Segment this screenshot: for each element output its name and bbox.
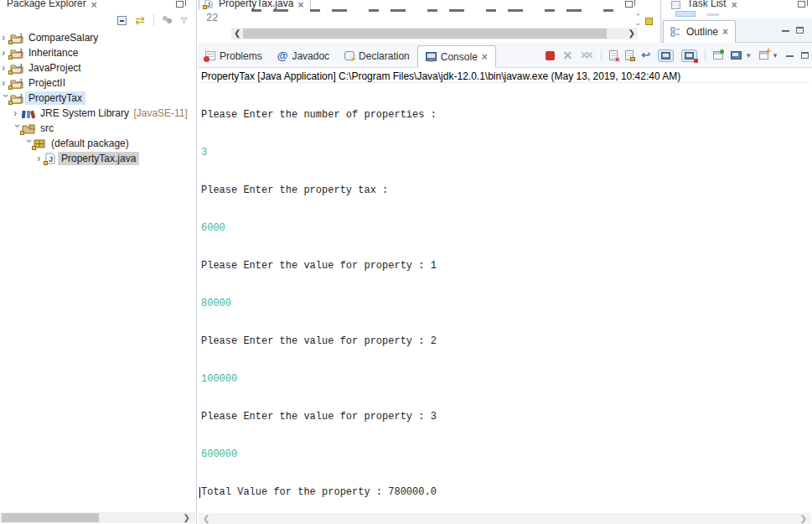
close-icon[interactable]: ×: [482, 53, 488, 61]
outline-window-buttons: [782, 27, 804, 34]
scroll-right-icon[interactable]: ❯: [800, 513, 807, 524]
pin-console-icon[interactable]: [713, 51, 723, 60]
library-icon: [22, 108, 35, 119]
scrollbar-thumb[interactable]: [243, 29, 607, 39]
view-menu-icon[interactable]: ▽: [181, 16, 187, 24]
close-icon[interactable]: ×: [297, 1, 303, 9]
svg-text:J: J: [19, 48, 22, 53]
tab-outline[interactable]: Outline ×: [663, 20, 736, 43]
console-line: Total Value for the property : 780000.0: [201, 486, 809, 499]
minimize-icon[interactable]: [786, 54, 794, 57]
package-explorer-tabstrip: Package Explorer ×: [0, 0, 195, 10]
toolbar-separator: [705, 49, 706, 61]
tab-label: Problems: [220, 50, 262, 62]
tab-package-explorer[interactable]: Package Explorer ×: [0, 0, 102, 10]
console-launch-header: PropertyTax [Java Application] C:\Progra…: [201, 70, 809, 83]
console-line: 80000: [201, 298, 809, 310]
warning-marker-icon[interactable]: [645, 18, 653, 25]
scrollbar-thumb[interactable]: [2, 513, 99, 522]
explorer-horizontal-scrollbar[interactable]: ❯: [0, 512, 195, 523]
editor-area: J PropertyTax.java × 22 ❮ ❯ ⌃⌄: [198, 0, 659, 43]
close-icon[interactable]: ×: [732, 1, 737, 9]
tree-item-inheritance[interactable]: › J Inheritance: [2, 45, 81, 60]
show-on-stderr-icon[interactable]: [681, 49, 697, 62]
clear-x-glyph: ✕: [615, 56, 621, 64]
console-line: Please Enter the number of properties :: [201, 109, 809, 122]
remove-all-launches-icon[interactable]: ✕✕: [580, 50, 593, 60]
tab-console[interactable]: Console ×: [417, 45, 496, 68]
error-dot: [694, 59, 698, 63]
scroll-right-icon[interactable]: ❯: [628, 28, 635, 39]
svg-text:J: J: [207, 2, 210, 8]
line-number: 22: [206, 13, 218, 24]
word-wrap-icon[interactable]: ↩: [641, 50, 650, 60]
svg-text:J: J: [19, 78, 22, 83]
console-line: 6000: [201, 222, 809, 235]
chevron-right-icon[interactable]: ›: [13, 109, 22, 117]
panel-divider[interactable]: [196, 0, 197, 524]
maximize-icon[interactable]: [796, 27, 804, 34]
maximize-icon[interactable]: [801, 52, 809, 59]
tab-label: Task List: [687, 0, 727, 9]
problems-icon: [205, 51, 215, 60]
task-list-toolbar-fragment: [675, 11, 696, 17]
console-output[interactable]: Please Enter the number of properties : …: [201, 84, 809, 524]
scroll-right-icon[interactable]: ❯: [184, 512, 190, 523]
link-with-editor-icon[interactable]: ⇄: [135, 15, 145, 25]
tree-item-default-package[interactable]: › (default package): [25, 136, 132, 151]
tab-label: Console: [441, 51, 478, 63]
package-explorer-toolbar: ⇄ ▽: [117, 12, 187, 29]
tab-label: PropertyTax.java: [219, 0, 293, 9]
warning-overlay-icon: [8, 86, 13, 90]
tree-item-jre-system-library[interactable]: › JRE System Library [JavaSE-11]: [13, 106, 191, 121]
ruler-arrows[interactable]: ⌃⌄: [634, 14, 641, 26]
maximize-icon[interactable]: [798, 1, 805, 8]
tree-item-label: PropertyTax.java: [58, 152, 139, 165]
console-line: Please Enter the value for property : 2: [201, 335, 809, 348]
collapse-all-icon[interactable]: [117, 16, 127, 25]
tree-item-label: Inheritance: [25, 46, 81, 60]
java-project-icon: J: [10, 48, 23, 59]
minimize-icon[interactable]: [782, 29, 789, 32]
focus-on-active-task-icon[interactable]: [163, 16, 173, 24]
close-icon[interactable]: ×: [722, 28, 728, 36]
tree-item-projectii[interactable]: › J ProjectII: [2, 75, 69, 91]
svg-text:J: J: [19, 93, 22, 98]
console-horizontal-scrollbar[interactable]: ❮ ❯: [199, 513, 811, 524]
lock-glyph: [630, 57, 635, 61]
display-selected-console-icon[interactable]: [731, 51, 742, 60]
close-icon[interactable]: ×: [91, 1, 97, 9]
show-on-stdout-icon[interactable]: [658, 49, 674, 62]
chevron-down-icon[interactable]: ▼: [745, 52, 752, 60]
tab-task-list[interactable]: Task List ×: [665, 0, 742, 10]
clear-console-icon[interactable]: ✕: [609, 50, 618, 60]
tree-item-propertytax-java[interactable]: › J PropertyTax.java: [37, 151, 139, 166]
tab-javadoc[interactable]: @ Javadoc: [270, 44, 337, 67]
tab-label: Declaration: [359, 50, 410, 62]
tab-label: Outline: [686, 26, 718, 38]
tree-item-javaproject[interactable]: › J JavaProject: [2, 60, 85, 75]
maximize-icon[interactable]: [625, 1, 633, 8]
tab-declaration[interactable]: Declaration: [337, 44, 417, 67]
scroll-left-icon[interactable]: ❮: [203, 513, 209, 524]
console-line-text: Total Value for the property : 780000.0: [201, 486, 437, 498]
tab-problems[interactable]: Problems: [198, 44, 270, 67]
tree-item-src[interactable]: › src: [13, 121, 57, 136]
maximize-icon[interactable]: [176, 1, 184, 8]
scroll-lock-icon[interactable]: [625, 50, 634, 60]
remove-launch-icon[interactable]: ✕: [562, 50, 572, 60]
package-explorer-panel: Package Explorer × ⇄ ▽ › J CompareSalary: [0, 0, 195, 524]
editor-horizontal-scrollbar[interactable]: ❮ ❯: [231, 28, 638, 39]
monitor-glyph: [661, 52, 670, 60]
tree-item-propertytax[interactable]: › J PropertyTax: [2, 91, 85, 106]
java-project-icon: J: [10, 93, 23, 104]
java-project-icon: J: [10, 78, 23, 89]
terminate-icon[interactable]: [546, 51, 555, 60]
open-console-icon[interactable]: [759, 51, 768, 60]
chevron-down-icon[interactable]: ▼: [772, 52, 778, 60]
text-cursor: [199, 487, 200, 498]
tab-label: Javadoc: [292, 50, 329, 62]
scroll-left-icon[interactable]: ❮: [234, 28, 240, 39]
warning-overlay-icon: [8, 70, 13, 75]
tree-item-comparesalary[interactable]: › J CompareSalary: [2, 30, 101, 45]
